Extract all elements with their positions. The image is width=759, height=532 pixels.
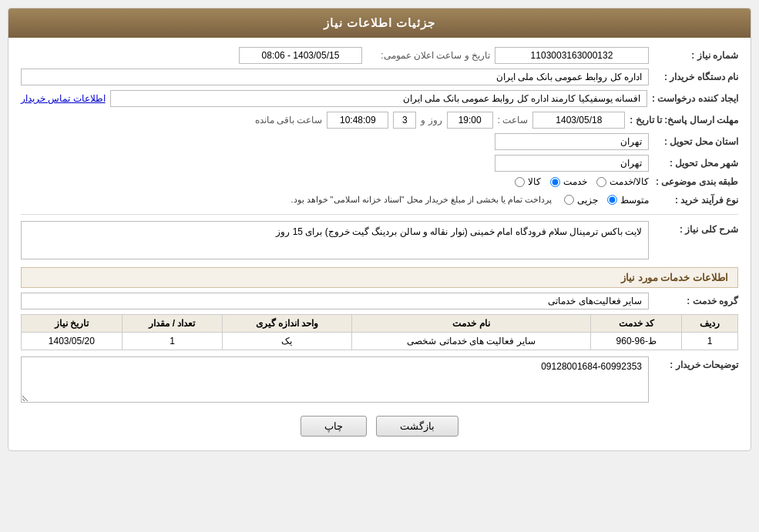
back-button[interactable]: بازگشت	[376, 416, 458, 437]
tabaqe-label: طبقه بندی موضوعی :	[653, 176, 738, 187]
saat-value: 19:00	[447, 112, 493, 129]
col-tedad: تعداد / مقدار	[122, 315, 223, 333]
button-row: بازگشت چاپ	[21, 416, 738, 437]
tarikh-label: تاریخ و ساعت اعلان عمومی:	[367, 50, 490, 61]
date-value: 1403/05/18	[532, 112, 625, 129]
radio-jozii[interactable]: جزیی	[564, 195, 598, 206]
cell-vahed: یک	[223, 333, 351, 350]
col-radif: ردیف	[682, 315, 738, 333]
cell-tarikh: 1403/05/20	[22, 333, 123, 350]
saat-label: ساعت :	[498, 115, 529, 125]
col-kod: کد خدمت	[591, 315, 682, 333]
noe-farayand-note: پرداخت تمام یا بخشی از مبلغ خریدار محل "…	[291, 195, 552, 205]
radio-khedmat[interactable]: خدمت	[550, 176, 587, 187]
radio-kala-khedmat[interactable]: کالا/خدمت	[596, 176, 649, 187]
cell-tedad: 1	[122, 333, 223, 350]
ijad-konande-value: افسانه یوسفیکیا کارمند اداره کل روابط عم…	[110, 90, 647, 107]
tozihat-label: توضیحات خریدار :	[653, 356, 738, 370]
radio-mottavasset[interactable]: متوسط	[607, 195, 649, 206]
remaining-label: ساعت باقی مانده	[255, 115, 323, 125]
grooh-value: سایر فعالیت‌های خدماتی	[21, 293, 649, 309]
page-title: جزئیات اطلاعات نیاز	[8, 8, 751, 38]
khadamat-table: ردیف کد خدمت نام خدمت واحد اندازه گیری ت…	[21, 314, 738, 350]
radio-kala[interactable]: کالا	[515, 176, 541, 187]
cell-nam: سایر فعالیت های خدماتی شخصی	[351, 333, 591, 350]
shomare-niaz-value: 1103003163000132	[495, 47, 649, 64]
table-row: 1 ط-96-960 سایر فعالیت های خدماتی شخصی ی…	[22, 333, 738, 350]
tarikh-value: 1403/05/15 - 08:06	[239, 47, 362, 64]
nam-dastgah-label: نام دستگاه خریدار :	[653, 72, 738, 82]
rooz-value: 3	[393, 112, 416, 129]
col-vahed: واحد اندازه گیری	[223, 315, 351, 333]
noe-farayand-label: نوع فرآیند خرید :	[653, 195, 738, 206]
shahr-label: شهر محل تحویل :	[653, 158, 738, 169]
nam-dastgah-value: اداره کل روابط عمومی بانک ملی ایران	[21, 69, 649, 85]
khadamat-section-title: اطلاعات خدمات مورد نیاز	[21, 267, 738, 288]
ostan-value: تهران	[495, 133, 649, 150]
saat-remaining-value: 10:48:09	[327, 112, 388, 129]
sharh-value: لایت باکس ترمینال سلام فرودگاه امام خمین…	[21, 221, 649, 259]
shomare-niaz-label: شماره نیاز :	[653, 50, 738, 61]
col-tarikh: تاریخ نیاز	[22, 315, 123, 333]
tabaqe-options: کالا خدمت کالا/خدمت	[515, 176, 649, 187]
noe-farayand-options: جزیی متوسط	[564, 195, 649, 206]
tozihat-textarea[interactable]	[21, 356, 649, 403]
rooz-label: روز و	[421, 115, 442, 125]
ijad-konande-label: ایجاد کننده درخواست :	[652, 93, 738, 104]
cell-kod: ط-96-960	[591, 333, 682, 350]
ettelaat-link[interactable]: اطلاعات تماس خریدار	[21, 93, 106, 104]
col-nam: نام خدمت	[351, 315, 591, 333]
grooh-label: گروه خدمت :	[653, 296, 738, 306]
shahr-value: تهران	[495, 155, 649, 172]
mohlat-label: مهلت ارسال پاسخ: تا تاریخ :	[630, 115, 738, 125]
print-button[interactable]: چاپ	[301, 416, 367, 437]
sharh-label: شرح کلی نیاز :	[653, 221, 738, 235]
ostan-label: استان محل تحویل :	[653, 136, 738, 147]
cell-radif: 1	[682, 333, 738, 350]
